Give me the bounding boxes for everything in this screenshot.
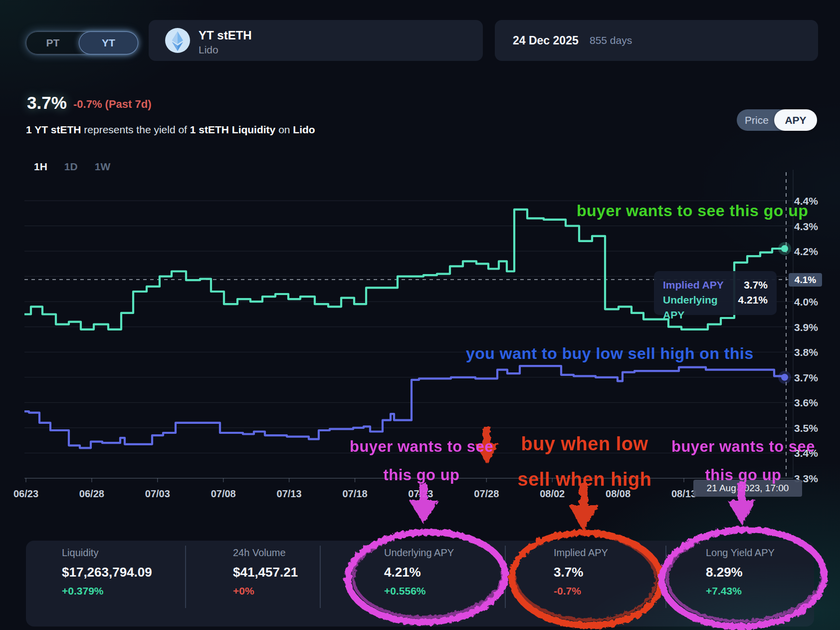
annotation-pink-right-text: buyer wants to see this go up — [656, 432, 831, 489]
yield-trading-app: PT YT YT stETH Lido 24 Dec 2025 855 days… — [0, 0, 840, 630]
pink-ellipse-long-yield-apy — [660, 527, 827, 629]
annotation-blue-text: you want to buy low sell high on this — [466, 344, 754, 363]
annotation-pink-left-text: buyer wants to see this go up — [334, 432, 509, 489]
red-ellipse-implied-apy — [510, 530, 663, 628]
annotation-drawings — [0, 0, 840, 630]
pink-ellipse-underlying-apy — [346, 529, 507, 625]
pink-down-arrow-left — [409, 483, 438, 524]
annotation-red-text: buy when low sell when high — [494, 426, 675, 497]
annotation-green-text: buyer wants to see this go up — [577, 202, 808, 220]
